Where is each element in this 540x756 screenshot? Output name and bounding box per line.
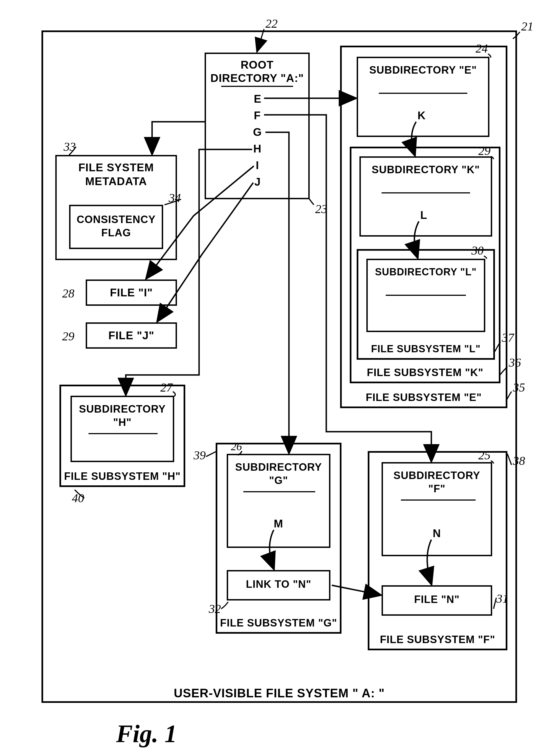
root-directory-title-text: ROOT DIRECTORY "A:": [210, 59, 304, 84]
subdir-k-entry: L: [420, 209, 427, 221]
subdir-g-entry: M: [274, 517, 283, 530]
subsystem-g-label: FILE SUBSYSTEM "G": [218, 617, 339, 629]
ref-32: 32: [209, 602, 221, 616]
ref-21: 21: [521, 19, 533, 34]
subsystem-e-label: FILE SUBSYSTEM "E": [343, 392, 505, 404]
root-entry-j: J: [254, 176, 261, 188]
subdir-k-underline: [382, 192, 470, 193]
ref-36: 36: [509, 356, 521, 370]
subdir-f-underline: [401, 499, 475, 500]
root-entry-e: E: [254, 93, 262, 105]
diagram-canvas: USER-VISIBLE FILE SYSTEM " A: " 21 ROOT …: [0, 0, 540, 756]
subdir-l-title: SUBDIRECTORY "L": [369, 266, 482, 278]
subdir-e-entry: K: [418, 109, 426, 122]
root-entry-i: I: [256, 159, 259, 172]
ref-40: 40: [72, 491, 84, 505]
ref-33: 33: [64, 140, 76, 154]
ref-24: 24: [475, 42, 488, 56]
ref-30: 30: [472, 244, 483, 258]
subsystem-f-label: FILE SUBSYSTEM "F": [370, 634, 505, 646]
ref-26: 26: [231, 440, 242, 453]
ref-28: 28: [62, 286, 74, 300]
ref-29-k: 29: [478, 144, 490, 158]
root-entry-h: H: [253, 142, 262, 155]
subdir-g-title: SUBDIRECTORY "G": [229, 461, 328, 487]
ref-37: 37: [502, 331, 514, 345]
ref-38: 38: [513, 454, 525, 468]
ref-39: 39: [194, 448, 206, 463]
root-entry-g: G: [253, 126, 262, 138]
ref-35: 35: [513, 380, 525, 395]
subdir-h-underline: [88, 433, 158, 434]
root-title-underline: [221, 86, 293, 87]
subdir-l-underline: [386, 295, 466, 296]
ref-25: 25: [478, 448, 490, 463]
ref-23: 23: [315, 202, 328, 216]
subdir-k-title: SUBDIRECTORY "K": [362, 163, 489, 177]
subsystem-h-label: FILE SUBSYSTEM "H": [62, 471, 183, 482]
user-visible-filesystem-label: USER-VISIBLE FILE SYSTEM " A: ": [47, 686, 511, 700]
subsystem-l-label: FILE SUBSYSTEM "L": [359, 343, 492, 355]
ref-29-filej: 29: [62, 329, 74, 343]
file-j-label: FILE "J": [88, 329, 174, 342]
root-directory-title: ROOT DIRECTORY "A:": [210, 58, 304, 85]
subdir-e-title: SUBDIRECTORY "E": [359, 64, 487, 77]
subdir-g-underline: [243, 491, 315, 492]
link-n-label: LINK TO "N": [229, 578, 328, 590]
file-i-label: FILE "I": [88, 286, 174, 299]
metadata-title: FILE SYSTEM METADATA: [61, 160, 172, 188]
file-n-label: FILE "N": [384, 594, 489, 606]
figure-label: Fig. 1: [116, 719, 177, 748]
subdir-f-entry: N: [433, 527, 441, 540]
consistency-flag-label: CONSISTENCY FLAG: [72, 213, 160, 239]
ref-27: 27: [160, 380, 173, 395]
ref-22: 22: [265, 17, 278, 31]
ref-31: 31: [496, 592, 508, 606]
subdir-h-title: SUBDIRECTORY "H": [73, 403, 172, 429]
subdir-f-title: SUBDIRECTORY "F": [384, 469, 489, 495]
ref-34: 34: [169, 191, 181, 205]
subdir-e-underline: [379, 93, 467, 94]
subsystem-k-label: FILE SUBSYSTEM "K": [352, 367, 498, 379]
root-entry-f: F: [254, 109, 261, 122]
